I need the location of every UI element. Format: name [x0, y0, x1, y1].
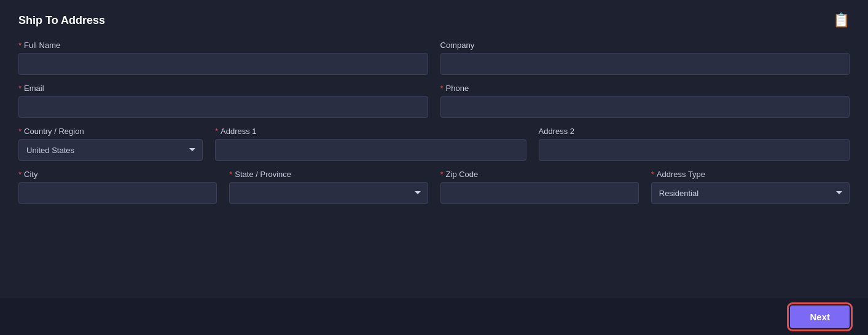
- phone-label: *Phone: [440, 84, 850, 93]
- email-field-group: *Email: [18, 84, 428, 118]
- full-name-required: *: [18, 41, 22, 50]
- zip-label: *Zip Code: [440, 170, 639, 179]
- country-required: *: [18, 127, 22, 136]
- address1-label: *Address 1: [215, 127, 526, 136]
- phone-input[interactable]: [440, 96, 850, 118]
- city-input[interactable]: [18, 182, 217, 204]
- company-field-group: Company: [440, 41, 850, 75]
- page-title: Ship To Address: [18, 14, 105, 27]
- full-name-label: *Full Name: [18, 41, 428, 50]
- full-name-input[interactable]: [18, 53, 428, 75]
- phone-required: *: [440, 84, 444, 93]
- address-type-required: *: [651, 170, 654, 179]
- company-input[interactable]: [440, 53, 850, 75]
- city-required: *: [18, 170, 22, 179]
- state-field-group: *State / Province California New York Te…: [229, 170, 428, 204]
- address-type-select[interactable]: Residential Commercial: [651, 182, 850, 204]
- zip-input[interactable]: [440, 182, 639, 204]
- state-label: *State / Province: [229, 170, 428, 179]
- city-field-group: *City: [18, 170, 217, 204]
- address1-input[interactable]: [215, 139, 526, 161]
- email-required: *: [18, 84, 22, 93]
- zip-field-group: *Zip Code: [440, 170, 639, 204]
- country-label: *Country / Region: [18, 127, 203, 136]
- form-header: Ship To Address 📋: [18, 12, 850, 28]
- row-country-address: *Country / Region United States Canada U…: [18, 127, 850, 161]
- city-label: *City: [18, 170, 217, 179]
- country-select[interactable]: United States Canada United Kingdom Aust…: [18, 139, 203, 161]
- next-button[interactable]: Next: [790, 305, 850, 328]
- email-input[interactable]: [18, 96, 428, 118]
- zip-required: *: [440, 170, 444, 179]
- row-city-state-zip-type: *City *State / Province California New Y…: [18, 170, 850, 204]
- page-container: Ship To Address 📋 *Full Name Company *Em…: [0, 0, 868, 335]
- row-name-company: *Full Name Company: [18, 41, 850, 75]
- row-email-phone: *Email *Phone: [18, 84, 850, 118]
- state-required: *: [229, 170, 232, 179]
- email-label: *Email: [18, 84, 428, 93]
- ship-to-address-form: *Full Name Company *Email *Phone: [18, 41, 850, 204]
- address1-field-group: *Address 1: [215, 127, 526, 161]
- address-type-field-group: *Address Type Residential Commercial: [651, 170, 850, 204]
- company-label: Company: [440, 41, 850, 50]
- phone-field-group: *Phone: [440, 84, 850, 118]
- address2-input[interactable]: [539, 139, 850, 161]
- country-field-group: *Country / Region United States Canada U…: [18, 127, 203, 161]
- state-select[interactable]: California New York Texas Florida: [229, 182, 428, 204]
- address2-label: Address 2: [539, 127, 850, 136]
- full-name-field-group: *Full Name: [18, 41, 428, 75]
- address1-required: *: [215, 127, 218, 136]
- address-type-label: *Address Type: [651, 170, 850, 179]
- address2-field-group: Address 2: [539, 127, 850, 161]
- clipboard-icon: 📋: [833, 12, 850, 28]
- bottom-bar: Next: [0, 298, 868, 335]
